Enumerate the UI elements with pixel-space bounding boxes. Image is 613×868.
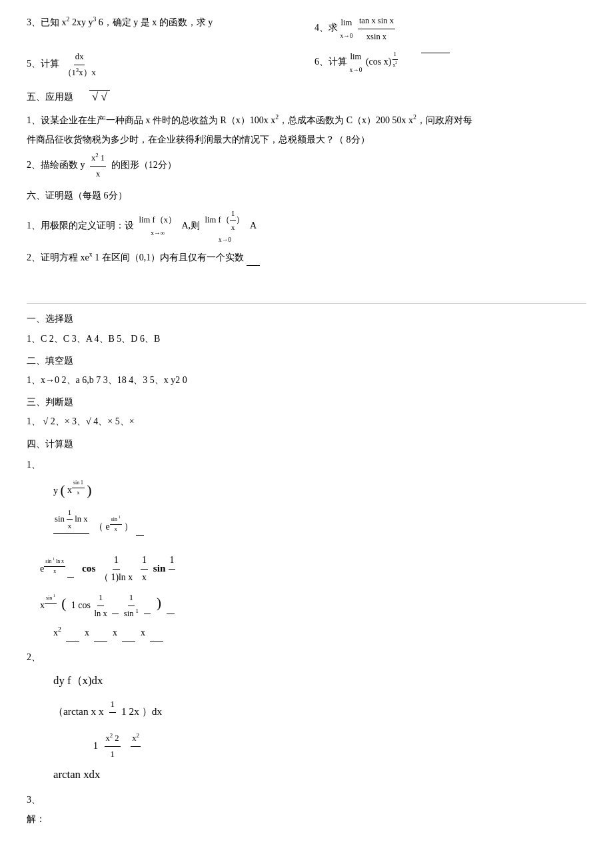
question-3: 3、已知 x2 2xy y3 6，确定 y 是 x 的函数，求 y	[27, 13, 299, 31]
q6-overline	[421, 53, 450, 70]
section6-label: 六、证明题（每题 6分）	[27, 187, 586, 204]
minus1	[67, 564, 74, 574]
q6-label: 6、计算	[314, 57, 350, 67]
eq-part: sin 1x ln x （ esin 1x ）	[53, 522, 136, 532]
section-6: 六、证明题（每题 6分） 1、用极限的定义证明：设 lim f（x） x→∞ A…	[27, 187, 586, 266]
q4-lim-label: lim	[341, 15, 352, 31]
q6-expr: (cos x)1x2	[366, 57, 401, 67]
q5-label: 5、计算	[27, 59, 62, 69]
q5-2-text: 2、描绘函数 y x2 1 x 的图形（12分）	[27, 151, 586, 182]
e-term: esin 1 ln xx	[40, 564, 65, 574]
q4-numerator: tan x sin x	[358, 13, 395, 29]
ans4-q1-line4: xsin 1 ( 1 cos 1 ln x 1 sin 1	[27, 590, 586, 622]
q6-lim-sub: x→0	[350, 65, 362, 76]
q4-fraction: tan x sin x xsin x	[358, 13, 395, 44]
ans4-q3-jie: 解：	[27, 811, 586, 827]
section5-label: 五、应用题	[27, 89, 73, 105]
ans2-header: 二、填空题	[27, 352, 586, 369]
ans1-header: 一、选择题	[27, 310, 586, 327]
q4-label: 4、求	[314, 23, 340, 33]
minus-sign	[136, 522, 144, 532]
ans4-q1-line1: y ( xsin 1x )	[27, 478, 586, 504]
q4-denominator: xsin x	[365, 29, 388, 45]
ans3-values: 1、 √ 2、× 3、√ 4、× 5、×	[27, 413, 586, 430]
q6-lim: lim x→0	[350, 49, 362, 76]
q6-1: 1、用极限的定义证明：设 lim f（x） x→∞ A,则 lim f（1x） …	[27, 207, 586, 246]
open-paren: (	[61, 482, 65, 498]
q5-1-text2: 件商品征收货物税为多少时，在企业获得利润最大的情况下，总税额最大？（ 8分）	[27, 131, 586, 148]
ans4-q2-line4: arctan xdx	[27, 765, 586, 785]
ans4-q2-line2: （arctan x x 1 1 2x ）dx	[27, 696, 586, 728]
page-content: 3、已知 x2 2xy y3 6，确定 y 是 x 的函数，求 y 4、求 li…	[27, 13, 586, 827]
x2-fracs: x2 x x x	[53, 628, 166, 638]
ans-section4: 四、计算题 1、 y ( xsin 1x ) sin 1x ln x	[27, 436, 586, 828]
ans4-q1-line5: x2 x x x	[27, 624, 586, 642]
q6-lim-label: lim	[350, 49, 362, 65]
ans4-q1-label: 1、	[27, 456, 586, 473]
dash	[167, 597, 175, 614]
question-5-6-row: 5、计算 dx （13x）x 6、计算 lim x→0 (cos x)1x2	[27, 49, 586, 81]
q6-2: 2、证明方程 xex 1 在区间（0,1）内有且仅有一个实数	[27, 248, 586, 266]
q5-fraction: dx （13x）x	[62, 49, 97, 81]
frac-term: 1 （ 1)ln x	[98, 562, 137, 574]
y-label: y	[53, 485, 58, 495]
ans4-q2-label: 2、	[27, 649, 586, 665]
cos-term: cos	[82, 562, 96, 574]
q4-lim: lim x→0	[340, 15, 353, 42]
ans3-header: 三、判断题	[27, 394, 586, 410]
question-5: 5、计算 dx （13x）x	[27, 49, 299, 81]
q5-num: dx	[74, 49, 85, 65]
q3-text: 3、已知 x2 2xy y3 6，确定 y 是 x 的函数，求 y	[27, 17, 213, 27]
section5-header: 五、应用题 √ √	[27, 87, 586, 107]
ans-section1: 一、选择题 1、C 2、C 3、A 4、B 5、D 6、B	[27, 310, 586, 346]
question-6: 6、计算 lim x→0 (cos x)1x2	[301, 49, 586, 76]
q4-lim-sub: x→0	[340, 31, 353, 42]
close-paren: )	[87, 482, 92, 498]
frac-line3: 1 x2 2 1 x2	[93, 741, 145, 751]
ans1-values: 1、C 2、C 3、A 4、B 5、D 6、B	[27, 330, 586, 347]
open-bracket2: (	[61, 596, 66, 612]
ans4-q1-line3: esin 1 ln xx cos 1 （ 1)ln x 1 x	[27, 552, 586, 586]
arctan-expr: （arctan x x 1 1 2x ）dx	[53, 705, 162, 717]
q5-den: （13x）x	[62, 65, 97, 81]
section5-sqrt: √ √	[89, 87, 110, 107]
close-bracket2: )	[157, 596, 161, 612]
ans4-q1-line2: sin 1x ln x （ esin 1x ）	[27, 506, 586, 548]
ans-section2: 二、填空题 1、x→0 2、a 6,b 7 3、18 4、3 5、x y2 0	[27, 352, 586, 388]
ans4-q1: 1、 y ( xsin 1x ) sin 1x ln x	[27, 456, 586, 827]
question-3-4-row: 3、已知 x2 2xy y3 6，确定 y 是 x 的函数，求 y 4、求 li…	[27, 13, 586, 44]
ans4-q3-label: 3、	[27, 791, 586, 808]
q5-1-text: 1、设某企业在生产一种商品 x 件时的总收益为 R（x）100x x2，总成本函…	[27, 111, 586, 129]
ans-section3: 三、判断题 1、 √ 2、× 3、√ 4、× 5、×	[27, 394, 586, 430]
answers-section: 一、选择题 1、C 2、C 3、A 4、B 5、D 6、B 二、填空题 1、x→…	[27, 303, 586, 827]
x-base: xsin 1x	[67, 485, 85, 495]
ans2-values: 1、x→0 2、a 6,b 7 3、18 4、3 5、x y2 0	[27, 372, 586, 388]
inner-expr: 1 cos 1 ln x 1 sin 1	[71, 600, 154, 610]
ans4-header: 四、计算题	[27, 436, 586, 452]
ans4-q2-line1: dy f（x)dx	[27, 671, 586, 691]
dy-label: dy f（x)dx	[53, 674, 103, 687]
sin-term: sin 1	[153, 562, 176, 574]
ans4-q2-line3: 1 x2 2 1 x2	[27, 731, 586, 762]
plus-term: 1 x	[141, 562, 151, 574]
arctan-xdx: arctan xdx	[53, 768, 100, 781]
section-5: 五、应用题 √ √ 1、设某企业在生产一种商品 x 件时的总收益为 R（x）10…	[27, 87, 586, 182]
question-4: 4、求 lim x→0 tan x sin x xsin x	[301, 13, 586, 44]
x-sinterm: xsin 1	[40, 600, 59, 610]
